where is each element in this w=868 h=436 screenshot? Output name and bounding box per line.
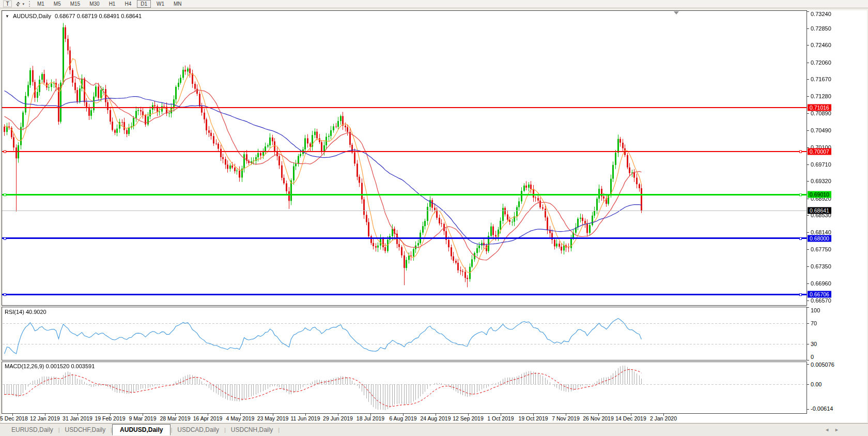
- date-label: 14 Dec 2019: [615, 415, 646, 422]
- tab-scroll-arrows: ◄►: [825, 427, 868, 432]
- price-tick-label: 0.67350: [811, 263, 831, 269]
- hline-price-label: 0.68000: [808, 235, 831, 242]
- date-label: 6 Aug 2019: [389, 415, 416, 422]
- chevron-down-icon[interactable]: ▾: [22, 2, 24, 6]
- tab-scroll-left-icon[interactable]: ◄: [825, 427, 829, 432]
- timeframe-button-h1[interactable]: H1: [105, 0, 119, 8]
- macd-tick-label: 0.005076: [811, 362, 834, 368]
- tab-usdcnh[interactable]: USDCNH,Daily: [226, 425, 278, 435]
- price-tick-label: 0.72850: [811, 25, 831, 32]
- price-axis-tick: [807, 45, 809, 46]
- arrows-icon: ⇄: [15, 1, 22, 7]
- macd-tick-label: 0.00: [811, 381, 822, 387]
- timeframe-button-m30[interactable]: M30: [86, 0, 103, 8]
- chart-ohlc-values: 0.68677 0.68719 0.68491 0.68641: [55, 13, 142, 19]
- price-axis-tick: [807, 113, 809, 114]
- timeframe-button-m15[interactable]: M15: [67, 0, 84, 8]
- date-label: 7 Nov 2019: [552, 415, 580, 422]
- price-tick-label: 0.73240: [811, 11, 831, 17]
- price-axis-tick: [807, 28, 809, 29]
- date-label: 9 Mar 2019: [129, 415, 156, 422]
- macd-indicator-label: MACD(12,26,9) 0.001520 0.003591: [5, 363, 95, 369]
- rsi-axis-tick: [807, 360, 809, 360]
- price-axis-tick: [807, 199, 809, 199]
- timeframe-button-d1[interactable]: D1: [137, 0, 151, 8]
- price-tick-label: 0.66570: [811, 297, 831, 304]
- price-tick-label: 0.69320: [811, 178, 831, 184]
- price-axis-tick: [807, 63, 809, 63]
- toolbar-grip: [29, 1, 30, 7]
- rsi-tick-label: 70: [811, 320, 817, 326]
- hline-price-label: 0.69010: [808, 191, 831, 198]
- price-axis-tick: [807, 283, 809, 284]
- price-tick-label: 0.68140: [811, 229, 831, 235]
- hline-price-label: 0.66706: [808, 291, 831, 298]
- price-tick-label: 0.69710: [811, 161, 831, 168]
- text-tool-button[interactable]: T: [3, 1, 12, 7]
- macd-axis-tick: [807, 384, 809, 385]
- date-label: 29 Jun 2019: [323, 415, 353, 422]
- price-axis-tick: [807, 164, 809, 165]
- hline-price-label: 0.71016: [808, 104, 831, 111]
- price-tick-label: 0.67750: [811, 246, 831, 252]
- timeframe-button-mn[interactable]: MN: [170, 0, 185, 8]
- rsi-tick-label: 30: [811, 341, 817, 347]
- current-price-label: 0.68641: [808, 207, 831, 214]
- price-axis-tick: [807, 249, 809, 250]
- tab-scroll-right-icon[interactable]: ►: [834, 427, 839, 432]
- date-label: 12 Sep 2019: [453, 415, 484, 422]
- rsi-tick-label: 0: [811, 354, 814, 360]
- price-axis-tick: [807, 11, 809, 12]
- price-axis-tick: [807, 300, 809, 301]
- macd-axis-tick: [807, 364, 809, 365]
- timeframe-button-m5[interactable]: M5: [50, 0, 65, 8]
- price-tick-label: 0.72060: [811, 59, 831, 66]
- chart-tabs-bar: EURUSD,Daily|USDCHF,Daily|AUDUSD,Daily|U…: [0, 423, 868, 436]
- date-label: 1 Oct 2019: [487, 415, 514, 422]
- date-label: 4 May 2019: [226, 415, 255, 422]
- metatrader-screen: T ⇄ ▾ M1M5M15M30H1H4D1W1MN ▼ AUDUSD,Dail…: [0, 0, 868, 436]
- date-label: 26 Nov 2019: [583, 415, 614, 422]
- chart-canvas[interactable]: [2, 11, 807, 414]
- timeframe-toolbar: M1M5M15M30H1H4D1W1MN: [34, 0, 185, 8]
- rsi-indicator-label: RSI(14) 40.9020: [5, 309, 47, 315]
- price-axis-tick: [807, 79, 809, 80]
- rsi-axis-tick: [807, 323, 809, 324]
- date-label: 19 Oct 2019: [518, 415, 548, 422]
- date-label: 12 Jan 2019: [30, 415, 60, 422]
- date-label: 19 Feb 2019: [95, 415, 126, 422]
- price-axis-tick: [807, 181, 809, 182]
- price-tick-label: 0.71670: [811, 76, 831, 82]
- arrows-tool-button[interactable]: ⇄ ▾: [16, 1, 24, 7]
- tab-audusd[interactable]: AUDUSD,Daily: [112, 424, 171, 435]
- timeframe-button-h4[interactable]: H4: [121, 0, 135, 8]
- collapse-icon[interactable]: ▼: [5, 14, 9, 19]
- date-label: 31 Jan 2019: [63, 415, 92, 422]
- price-axis-tick: [807, 232, 809, 233]
- date-label: 23 May 2019: [257, 415, 289, 422]
- price-axis-tick: [807, 96, 809, 97]
- rsi-axis-tick: [807, 344, 809, 344]
- tab-usdcad[interactable]: USDCAD,Daily: [172, 425, 224, 435]
- date-label: 24 Aug 2019: [421, 415, 451, 422]
- price-tick-label: 0.66960: [811, 280, 831, 287]
- chart-shift-marker[interactable]: [674, 11, 679, 14]
- hline-price-label: 0.70007: [808, 148, 831, 155]
- date-label: 2 Jan 2020: [650, 415, 677, 422]
- tab-usdchf[interactable]: USDCHF,Daily: [60, 425, 111, 435]
- date-label: 18 Jul 2019: [357, 415, 384, 422]
- macd-tick-label: -0.00614: [811, 405, 833, 412]
- top-toolbar: T ⇄ ▾ M1M5M15M30H1H4D1W1MN: [0, 0, 868, 8]
- rsi-tick-label: 100: [811, 307, 820, 313]
- price-axis-tick: [807, 266, 809, 267]
- chart-title: ▼ AUDUSD,Daily 0.68677 0.68719 0.68491 0…: [5, 13, 142, 19]
- tab-separator: |: [278, 427, 280, 433]
- date-label: 25 Dec 2018: [0, 415, 28, 422]
- price-tick-label: 0.70490: [811, 127, 831, 133]
- tab-eurusd[interactable]: EURUSD,Daily: [6, 425, 58, 435]
- chart-symbol: AUDUSD,Daily: [13, 13, 51, 19]
- timeframe-button-w1[interactable]: W1: [153, 0, 168, 8]
- macd-axis-tick: [807, 409, 809, 410]
- date-label: 11 Jun 2019: [290, 415, 320, 422]
- timeframe-button-m1[interactable]: M1: [34, 0, 48, 8]
